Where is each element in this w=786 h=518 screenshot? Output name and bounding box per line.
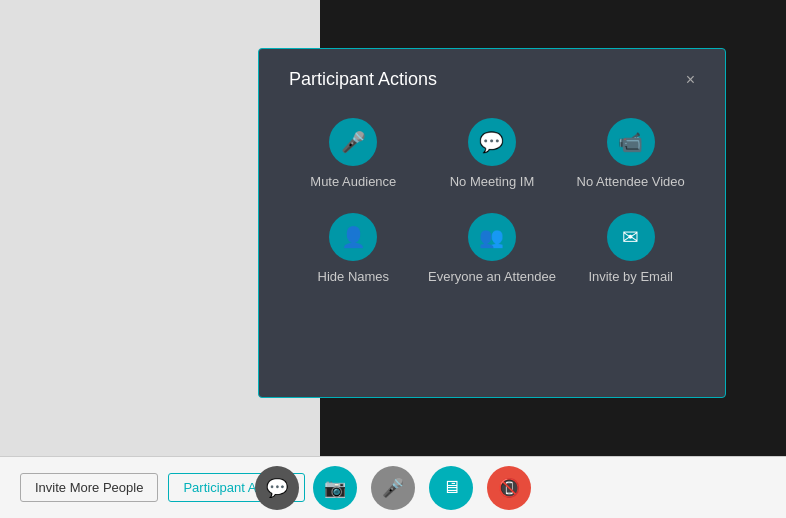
action-item-no-meeting-im[interactable]: 💬No Meeting IM — [428, 118, 557, 189]
modal-title: Participant Actions — [289, 69, 437, 90]
everyone-an-attendee-icon: 👥 — [468, 213, 516, 261]
action-item-everyone-an-attendee[interactable]: 👥Everyone an Attendee — [428, 213, 557, 284]
toolbar-center: 💬 📷 🎤 🖥 📵 — [255, 466, 531, 510]
hide-names-label: Hide Names — [318, 269, 390, 284]
everyone-an-attendee-label: Everyone an Attendee — [428, 269, 556, 284]
modal-close-button[interactable]: × — [686, 72, 695, 88]
action-item-hide-names[interactable]: 👤Hide Names — [289, 213, 418, 284]
end-call-button[interactable]: 📵 — [487, 466, 531, 510]
hide-names-icon: 👤 — [329, 213, 377, 261]
action-item-mute-audience[interactable]: 🎤Mute Audience — [289, 118, 418, 189]
end-call-icon: 📵 — [498, 477, 520, 499]
invite-more-people-button[interactable]: Invite More People — [20, 473, 158, 502]
action-item-no-attendee-video[interactable]: 📹No Attendee Video — [566, 118, 695, 189]
video-button[interactable]: 📷 — [313, 466, 357, 510]
mic-icon: 🎤 — [382, 477, 404, 499]
toolbar: Invite More People Participant Actions 💬… — [0, 456, 786, 518]
chat-icon: 💬 — [266, 477, 288, 499]
mic-button[interactable]: 🎤 — [371, 466, 415, 510]
actions-grid: 🎤Mute Audience💬No Meeting IM📹No Attendee… — [289, 118, 695, 284]
no-meeting-im-icon: 💬 — [468, 118, 516, 166]
no-attendee-video-icon: 📹 — [607, 118, 655, 166]
mute-audience-label: Mute Audience — [310, 174, 396, 189]
video-icon: 📷 — [324, 477, 346, 499]
participant-actions-modal: Participant Actions × 🎤Mute Audience💬No … — [258, 48, 726, 398]
share-button[interactable]: 🖥 — [429, 466, 473, 510]
share-icon: 🖥 — [442, 477, 460, 498]
action-item-invite-by-email[interactable]: ✉Invite by Email — [566, 213, 695, 284]
mute-audience-icon: 🎤 — [329, 118, 377, 166]
invite-by-email-icon: ✉ — [607, 213, 655, 261]
chat-button[interactable]: 💬 — [255, 466, 299, 510]
invite-by-email-label: Invite by Email — [588, 269, 673, 284]
no-attendee-video-label: No Attendee Video — [577, 174, 685, 189]
modal-header: Participant Actions × — [289, 69, 695, 90]
no-meeting-im-label: No Meeting IM — [450, 174, 535, 189]
